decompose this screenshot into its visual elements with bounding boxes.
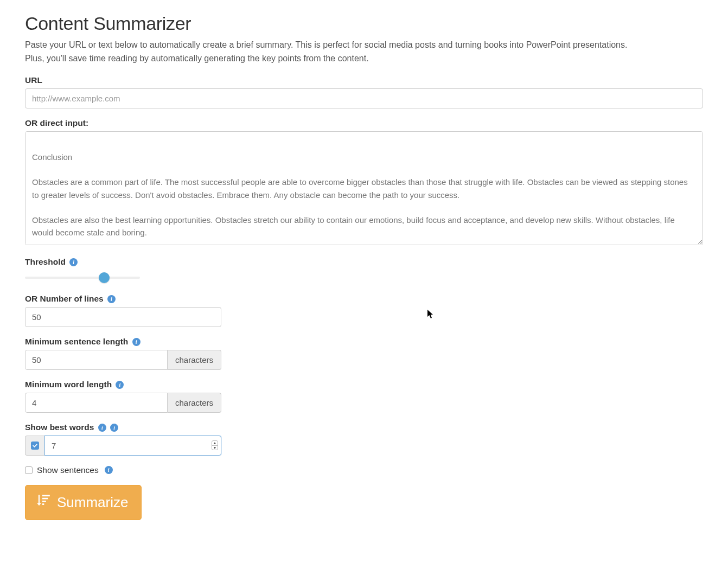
summarize-button[interactable]: Summarize	[25, 485, 142, 520]
num-lines-input[interactable]	[25, 307, 221, 327]
num-lines-label: OR Number of lines i	[25, 294, 703, 304]
info-icon[interactable]: i	[110, 424, 118, 432]
info-icon[interactable]: i	[107, 295, 116, 303]
svg-rect-3	[42, 503, 44, 505]
svg-rect-1	[42, 497, 48, 499]
threshold-label: Threshold i	[25, 257, 703, 267]
svg-rect-2	[42, 501, 46, 502]
info-icon[interactable]: i	[116, 381, 124, 389]
best-words-label: Show best words i i	[25, 423, 703, 432]
unit-label: characters	[168, 393, 221, 413]
min-word-input[interactable]	[25, 393, 168, 413]
best-words-input[interactable]	[44, 436, 221, 456]
show-sentences-label: Show sentences	[37, 465, 99, 475]
unit-label: characters	[168, 350, 221, 370]
page-title: Content Summarizer	[25, 13, 703, 34]
slider-thumb[interactable]	[99, 272, 110, 283]
summarize-button-label: Summarize	[57, 494, 128, 511]
min-sentence-label: Minimum sentence length i	[25, 337, 703, 347]
url-input[interactable]	[25, 88, 703, 108]
sort-amount-down-icon	[35, 493, 50, 512]
best-words-checkbox-addon	[25, 436, 44, 456]
best-words-checkbox[interactable]	[31, 442, 39, 450]
check-icon	[32, 443, 38, 449]
info-icon[interactable]: i	[69, 258, 78, 266]
svg-rect-0	[42, 495, 50, 496]
info-icon[interactable]: i	[132, 338, 141, 346]
slider-track	[25, 277, 140, 279]
show-sentences-checkbox[interactable]	[25, 466, 33, 474]
url-label: URL	[25, 75, 703, 85]
direct-input-label: OR direct input:	[25, 118, 703, 128]
direct-input-textarea[interactable]	[25, 131, 703, 245]
page-subtitle: Paste your URL or text below to automati…	[25, 39, 649, 66]
info-icon[interactable]: i	[105, 466, 113, 474]
threshold-slider[interactable]	[25, 271, 140, 284]
step-down-icon[interactable]: ▼	[212, 446, 218, 450]
min-word-label: Minimum word length i	[25, 380, 703, 389]
number-stepper[interactable]: ▲ ▼	[212, 440, 218, 450]
info-icon[interactable]: i	[98, 424, 106, 432]
step-up-icon[interactable]: ▲	[212, 441, 218, 446]
min-sentence-input[interactable]	[25, 350, 168, 370]
